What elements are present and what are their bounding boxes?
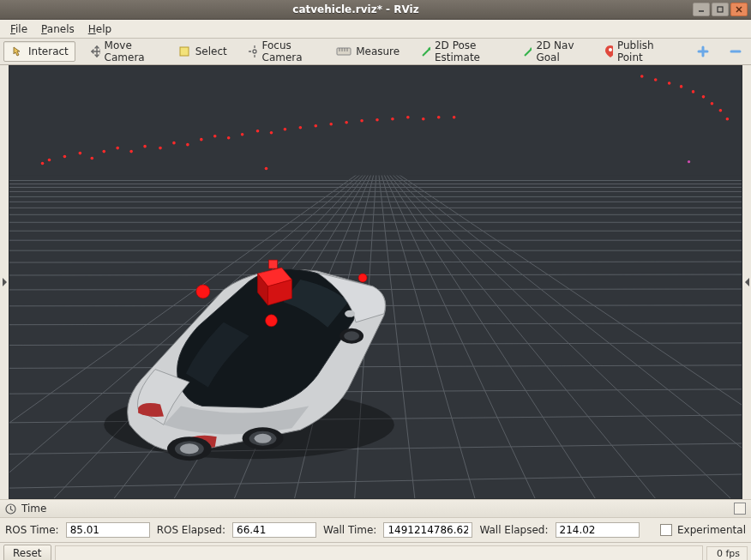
svg-point-25 xyxy=(159,147,162,150)
marker-cube xyxy=(258,260,292,305)
svg-point-17 xyxy=(48,159,51,162)
svg-point-46 xyxy=(265,167,268,171)
wall-elapsed-field[interactable] xyxy=(556,522,640,538)
window-title: catvehicle.rviz* - RViz xyxy=(19,3,693,15)
nav-goal-icon xyxy=(522,45,532,58)
left-panel-expander[interactable] xyxy=(0,65,9,499)
svg-point-65 xyxy=(344,331,359,340)
svg-point-18 xyxy=(63,155,67,159)
tool-measure[interactable]: Measure xyxy=(330,43,406,60)
menubar: File Panels Help xyxy=(0,20,751,39)
svg-point-38 xyxy=(345,121,348,124)
svg-point-5 xyxy=(253,50,256,53)
pose-estimate-icon xyxy=(420,45,430,58)
svg-rect-4 xyxy=(180,47,189,56)
svg-point-54 xyxy=(719,109,723,112)
publish-point-icon xyxy=(604,45,613,58)
tool-nav-goal-label: 2D Nav Goal xyxy=(536,39,583,63)
svg-point-55 xyxy=(726,117,730,121)
svg-point-28 xyxy=(200,138,203,142)
time-panel-float-button[interactable] xyxy=(734,503,746,515)
tool-measure-label: Measure xyxy=(356,45,400,57)
svg-point-50 xyxy=(680,85,683,88)
svg-point-26 xyxy=(172,142,176,145)
svg-point-51 xyxy=(692,90,695,93)
tool-pose-estimate-label: 2D Pose Estimate xyxy=(435,39,502,63)
svg-point-23 xyxy=(129,150,133,154)
scene-render xyxy=(9,66,742,498)
tool-focus-camera[interactable]: Focus Camera xyxy=(242,37,321,66)
focus-camera-icon xyxy=(248,45,258,58)
tool-interact-label: Interact xyxy=(28,45,69,57)
svg-point-63 xyxy=(255,434,272,443)
svg-point-19 xyxy=(79,152,82,155)
vehicle-model xyxy=(104,269,394,461)
svg-point-34 xyxy=(284,128,287,131)
interact-icon xyxy=(10,45,24,58)
ros-elapsed-label: ROS Elapsed: xyxy=(157,524,225,536)
svg-point-16 xyxy=(41,162,45,166)
wall-time-field[interactable] xyxy=(383,522,472,538)
svg-point-21 xyxy=(102,150,105,154)
ros-elapsed-field[interactable] xyxy=(232,522,316,538)
time-panel-title: Time xyxy=(21,503,46,515)
svg-point-45 xyxy=(453,116,456,119)
status-message-area xyxy=(55,545,703,560)
svg-point-53 xyxy=(711,102,714,105)
svg-point-30 xyxy=(227,136,231,140)
svg-point-29 xyxy=(213,135,217,138)
svg-point-52 xyxy=(702,95,706,99)
svg-point-24 xyxy=(143,145,147,148)
right-panel-expander[interactable] xyxy=(742,65,751,499)
svg-point-68 xyxy=(196,285,210,298)
tool-2d-nav-goal[interactable]: 2D Nav Goal xyxy=(516,37,590,66)
experimental-label: Experimental xyxy=(677,524,746,536)
tool-interact[interactable]: Interact xyxy=(3,41,75,62)
ros-time-label: ROS Time: xyxy=(5,524,59,536)
move-camera-icon xyxy=(90,45,100,58)
svg-point-69 xyxy=(266,315,278,327)
svg-point-43 xyxy=(422,117,425,121)
minus-icon xyxy=(730,45,742,57)
menu-file[interactable]: File xyxy=(3,21,34,37)
time-panel-header[interactable]: Time xyxy=(0,499,751,518)
tool-select-label: Select xyxy=(195,45,227,57)
minimize-button[interactable] xyxy=(693,3,710,16)
tool-remove-display[interactable] xyxy=(724,43,748,60)
tool-add-display[interactable] xyxy=(691,43,715,60)
tool-move-camera-label: Move Camera xyxy=(105,39,157,63)
menu-panels[interactable]: Panels xyxy=(34,21,81,37)
svg-rect-15 xyxy=(10,66,742,175)
svg-point-22 xyxy=(116,147,119,150)
experimental-checkbox[interactable]: Experimental xyxy=(660,524,746,536)
tool-select[interactable]: Select xyxy=(171,42,233,61)
svg-point-20 xyxy=(91,157,94,160)
tool-2d-pose-estimate[interactable]: 2D Pose Estimate xyxy=(414,37,507,66)
plus-icon xyxy=(697,45,709,57)
reset-button[interactable]: Reset xyxy=(3,545,51,560)
svg-point-37 xyxy=(329,123,333,126)
ros-time-field[interactable] xyxy=(66,522,150,538)
tool-focus-camera-label: Focus Camera xyxy=(262,39,316,63)
time-panel: ROS Time: ROS Elapsed: Wall Time: Wall E… xyxy=(0,518,751,543)
svg-point-36 xyxy=(314,124,317,128)
svg-rect-6 xyxy=(337,48,351,55)
select-icon xyxy=(177,45,191,58)
svg-point-40 xyxy=(376,118,379,122)
maximize-button[interactable] xyxy=(712,3,729,16)
svg-point-47 xyxy=(640,75,644,78)
fps-label: 0 fps xyxy=(717,548,740,559)
checkbox-icon xyxy=(660,524,672,536)
menu-help[interactable]: Help xyxy=(81,21,118,37)
tool-publish-point[interactable]: Publish Point xyxy=(598,37,671,66)
svg-point-33 xyxy=(270,131,273,135)
3d-viewport[interactable] xyxy=(9,65,742,499)
statusbar: Reset 0 fps xyxy=(0,543,751,560)
window-controls xyxy=(693,3,748,16)
svg-point-49 xyxy=(668,81,671,85)
svg-point-56 xyxy=(688,160,690,163)
svg-point-32 xyxy=(256,129,260,133)
tool-move-camera[interactable]: Move Camera xyxy=(84,37,163,66)
close-button[interactable] xyxy=(730,3,748,16)
wall-time-label: Wall Time: xyxy=(323,524,376,536)
